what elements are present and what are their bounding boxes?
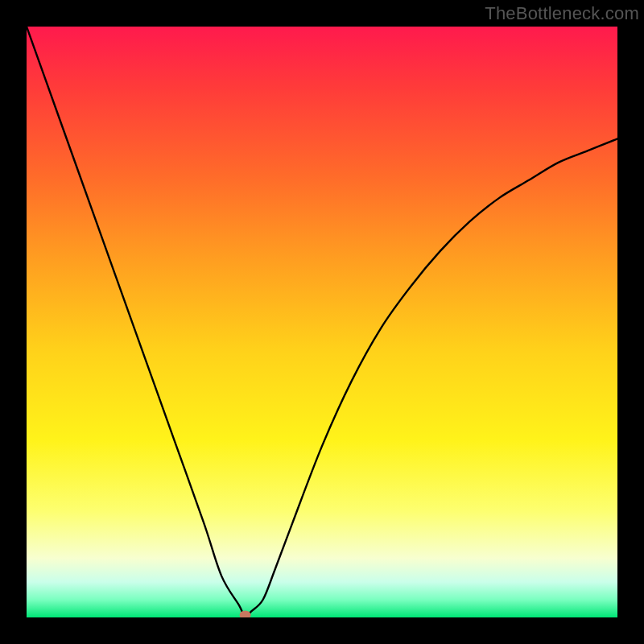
curve-layer <box>27 27 617 617</box>
chart-frame: TheBottleneck.com <box>0 0 644 644</box>
bottleneck-curve <box>27 27 617 617</box>
watermark-text: TheBottleneck.com <box>485 3 639 24</box>
plot-area <box>27 27 617 617</box>
